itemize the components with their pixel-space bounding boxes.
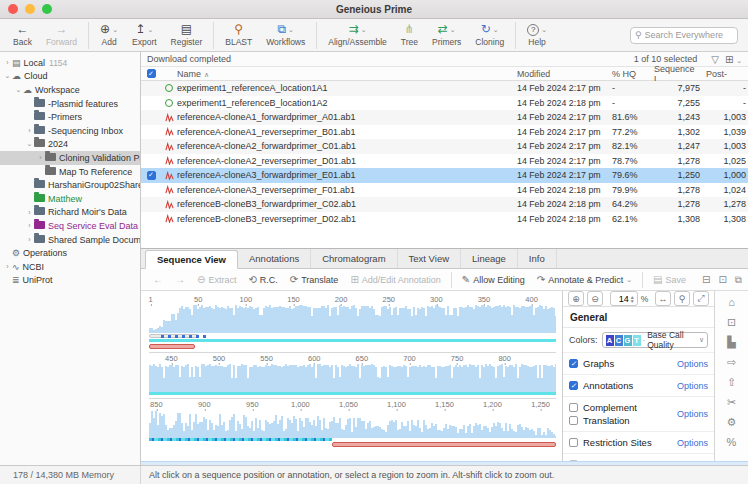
viewer-tab[interactable]: Info <box>518 249 557 268</box>
toolbar-button[interactable]: ⊕ ⌄ Add <box>93 22 125 48</box>
chevron-right-icon[interactable]: › <box>3 263 12 270</box>
toolbar-button[interactable]: ⚲ BLAST <box>218 22 259 48</box>
horizontal-scroll-strip[interactable] <box>141 461 748 465</box>
search-everywhere-box[interactable]: ⚲ <box>630 27 738 44</box>
options-link[interactable]: Options <box>677 381 708 391</box>
display-monitor-icon[interactable]: ⊡ <box>727 317 736 328</box>
annotations-arrow-icon[interactable]: ⇨ <box>727 357 736 368</box>
table-row[interactable]: experiment1_referenceB_location1A2 14 Fe… <box>141 96 748 111</box>
sidebar-item[interactable]: ⌄ ☁ Workspace <box>0 83 140 97</box>
table-row[interactable]: referenceA-cloneA1_reverseprimer_B01.ab1… <box>141 125 748 140</box>
sidebar-item[interactable]: › ▤ Local 1154 <box>0 56 140 70</box>
viewer-toolbar-button[interactable]: ← <box>147 271 169 288</box>
options-link[interactable]: Options <box>677 438 708 448</box>
filter-icon[interactable]: ▽ <box>711 54 719 65</box>
close-window-icon[interactable] <box>8 4 18 14</box>
column-header-hq[interactable]: % HQ <box>612 69 654 79</box>
select-all-checkbox[interactable]: ✓ <box>147 69 156 78</box>
sidebar-item[interactable]: › Seq Service Eval Data <box>0 219 140 233</box>
chevron-right-icon[interactable]: › <box>3 59 12 66</box>
table-row[interactable]: referenceA-cloneA1_forwardprimer_A01.ab1… <box>141 110 748 125</box>
option-checkbox[interactable]: ✓ <box>569 359 578 368</box>
column-header-name[interactable]: Name∧ <box>177 69 517 79</box>
toolbar-button[interactable]: ⋔ Tree <box>394 22 425 48</box>
zoom-fit-icon[interactable]: ↔ <box>655 291 671 306</box>
viewer-toolbar-button[interactable]: ↷ Annotate & Predict ⌄ <box>531 271 638 288</box>
toolbar-button[interactable]: → Forward <box>39 22 84 48</box>
panel-layout-icon[interactable]: ⊡ <box>718 274 726 285</box>
table-row[interactable]: referenceB-cloneB3_forwardprimer_C02.ab1… <box>141 197 748 212</box>
panel-layout-icon[interactable]: ⧉ <box>735 274 742 286</box>
sidebar-item[interactable]: HarshaniGroup02Shared <box>0 178 140 192</box>
sidebar-item[interactable]: › ∿ NCBI <box>0 260 140 274</box>
zoom-out-icon[interactable]: ⊖ <box>587 291 603 306</box>
table-row[interactable]: experiment1_referenceA_location1A1 14 Fe… <box>141 81 748 96</box>
zoom-in-icon[interactable]: ⊕ <box>568 291 584 306</box>
toolbar-button[interactable]: ⧉ ⌄ Workflows <box>259 22 312 48</box>
options-link[interactable]: Options <box>677 409 708 419</box>
chevron-down-icon[interactable]: ⌄ <box>3 72 12 80</box>
sequence-line[interactable] <box>149 438 332 441</box>
zoom-selection-icon[interactable]: ⚲ <box>674 291 690 306</box>
table-row[interactable]: referenceA-cloneA3_reverseprimer_F01.ab1… <box>141 183 748 198</box>
toolbar-button[interactable]: ⇄ ⌄ Primers <box>425 22 468 48</box>
annotate-tag-icon[interactable]: ⇧ <box>727 377 736 388</box>
toolbar-button[interactable]: ↻ ⌄ Cloning <box>468 22 511 48</box>
sidebar-item[interactable]: Map To Reference <box>0 165 140 179</box>
chevron-right-icon[interactable]: › <box>25 222 34 229</box>
sidebar-item[interactable]: -Plasmid features <box>0 97 140 111</box>
sequence-view[interactable]: 150100150200250300350400 450500550600650… <box>141 291 562 461</box>
trim-annotation[interactable] <box>332 442 556 447</box>
table-row[interactable]: referenceA-cloneA2_reverseprimer_D01.ab1… <box>141 154 748 169</box>
sidebar-item[interactable]: Matthew <box>0 192 140 206</box>
sidebar-item[interactable]: ≣ UniProt <box>0 274 140 288</box>
minimize-window-icon[interactable] <box>25 4 35 14</box>
graphs-chart-icon[interactable]: ▙ <box>727 337 735 348</box>
chevron-down-icon[interactable]: ⌄ <box>25 140 34 148</box>
table-row[interactable]: referenceB-cloneB3_reverseprimer_D02.ab1… <box>141 212 748 227</box>
toolbar-button[interactable]: ⇉ ⌄ Align/Assemble <box>321 22 394 48</box>
option-checkbox[interactable] <box>569 403 578 412</box>
chevron-right-icon[interactable]: › <box>25 236 34 243</box>
toolbar-button[interactable]: ↥ ⌄ Export <box>125 22 164 48</box>
fullscreen-icon[interactable]: ⤢ <box>693 291 709 306</box>
panel-layout-icon[interactable]: ⊟ <box>702 274 710 285</box>
sidebar-item[interactable]: -Primers <box>0 110 140 124</box>
viewer-tab[interactable]: Text View <box>398 249 461 268</box>
column-header-modified[interactable]: Modified <box>517 69 612 79</box>
sidebar-item[interactable]: › Shared Sample Documents <box>0 233 140 247</box>
viewer-tab[interactable]: Chromatogram <box>311 249 397 268</box>
sidebar-item[interactable]: › -Sequencing Inbox <box>0 124 140 138</box>
viewer-toolbar-button[interactable]: ⟲ R.C. <box>242 271 283 288</box>
sidebar-item[interactable]: ⌄ 2024 <box>0 138 140 152</box>
table-row[interactable]: ✓ referenceA-cloneA3_forwardprimer_E01.a… <box>141 168 748 183</box>
chevron-right-icon[interactable]: › <box>25 209 34 216</box>
viewer-toolbar-button[interactable]: ⟳ Translate <box>284 271 345 288</box>
column-header-post[interactable]: Post- <box>706 69 748 79</box>
identity-percent-icon[interactable]: % <box>727 437 737 448</box>
sidebar-item[interactable]: ⚙ Operations <box>0 246 140 260</box>
toolbar-button[interactable]: ← Back <box>6 22 39 48</box>
sidebar-item[interactable]: › Richard Moir's Data <box>0 206 140 220</box>
option-checkbox[interactable]: ✓ <box>569 381 578 390</box>
options-link[interactable]: Options <box>677 359 708 369</box>
viewer-toolbar-button[interactable]: → <box>169 271 191 288</box>
option-checkbox[interactable] <box>569 438 578 447</box>
viewer-toolbar-button[interactable]: ⊞ Add/Edit Annotation <box>344 271 446 288</box>
viewer-toolbar-button[interactable]: ▤ Save <box>647 271 692 288</box>
sidebar-item[interactable]: › Cloning Validation Part II <box>0 151 140 165</box>
trim-annotation[interactable] <box>149 344 195 349</box>
table-row[interactable]: referenceA-cloneA2_forwardprimer_C01.ab1… <box>141 139 748 154</box>
viewer-tab[interactable]: Sequence View <box>145 250 238 269</box>
advanced-gear-icon[interactable]: ⚙ <box>727 417 737 428</box>
option-checkbox[interactable] <box>569 416 578 425</box>
toolbar-button[interactable]: ▤ Register <box>164 22 210 48</box>
viewer-toolbar-button[interactable]: ⊖ Extract <box>191 271 242 288</box>
toolbar-button[interactable]: ? ⌄ Help <box>520 22 554 48</box>
viewer-toolbar-button[interactable]: ✎ Allow Editing <box>456 271 531 288</box>
chevron-right-icon[interactable]: › <box>25 127 34 134</box>
viewer-tab[interactable]: Annotations <box>238 249 311 268</box>
general-home-icon[interactable]: ⌂ <box>728 297 735 308</box>
zoom-level-field[interactable]: ▲▼ <box>610 291 638 306</box>
colors-dropdown[interactable]: A C G T · Base Call Quality ∨ <box>602 332 708 348</box>
